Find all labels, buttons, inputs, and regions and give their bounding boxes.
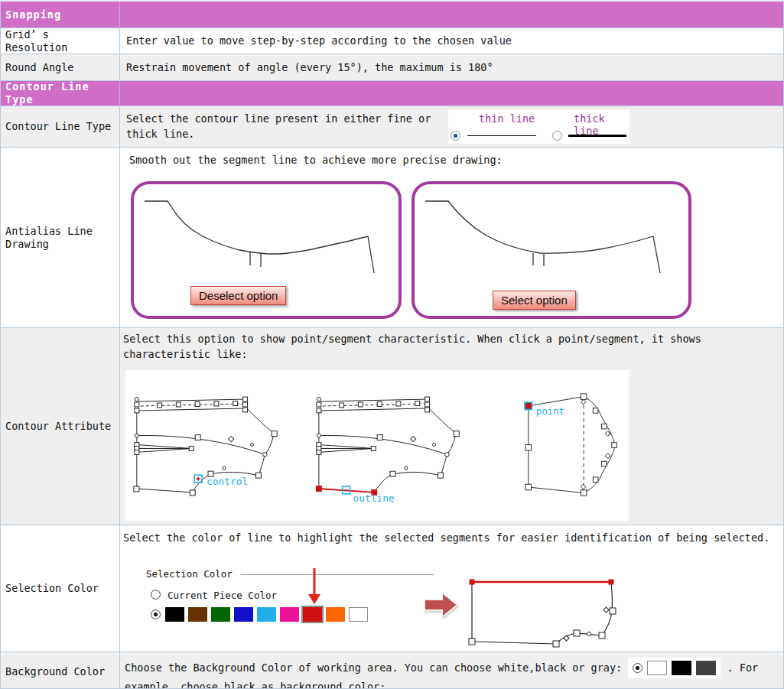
swatch-blue[interactable]	[234, 607, 253, 622]
row-selection-color: Selection Color Select the color of line…	[1, 525, 783, 652]
row-contour-attribute: Contour Attribute Select this option to …	[1, 328, 783, 525]
row-description-line2: thick line.	[126, 128, 194, 140]
swatch-brown[interactable]	[188, 607, 207, 622]
row-antialias: Antialias Line Drawing Smooth out the se…	[1, 148, 783, 328]
settings-help-table: Snapping Grid’ s Resolution Enter value …	[0, 0, 784, 689]
row-label: Background Color	[1, 652, 120, 689]
thin-line-label: thin line	[479, 112, 535, 125]
row-grid-resolution: Grid’ s Resolution Enter value to move s…	[1, 28, 783, 54]
selection-color-group-title: Selection Color	[146, 568, 233, 580]
swatch-skyblue[interactable]	[257, 607, 276, 622]
current-piece-color-radio[interactable]	[151, 590, 161, 600]
thick-line-radio[interactable]	[552, 131, 562, 141]
row-description-before: Choose the Background Color of working a…	[125, 661, 622, 674]
control-annotation: control	[207, 476, 248, 487]
group-title-rule	[241, 574, 434, 575]
section-title: Snapping	[1, 2, 120, 28]
pattern-figure-point: point	[514, 374, 629, 518]
section-header-filler	[120, 81, 783, 106]
row-description: Smooth out the segment line to achieve m…	[129, 154, 503, 166]
select-option-button[interactable]: Select option	[493, 291, 576, 310]
bg-swatch-black[interactable]	[672, 661, 691, 675]
attribute-example-image: control	[125, 370, 629, 521]
swatch-pink[interactable]	[280, 607, 299, 622]
pattern-figure-outline: outline	[307, 377, 490, 515]
row-label: Contour Attribute	[1, 328, 120, 525]
row-label: Grid’ s Resolution	[1, 28, 120, 54]
swatch-orange[interactable]	[326, 607, 345, 622]
bg-swatch-white[interactable]	[647, 661, 667, 675]
row-description-line1: Select the contour line present in eithe…	[126, 112, 431, 125]
row-description-after: . For	[727, 661, 759, 674]
thin-line-sample	[467, 135, 536, 136]
row-background-color: Background Color Choose the Background C…	[1, 652, 783, 689]
line-type-widget: thin line thick line	[448, 110, 629, 144]
row-description: Select the color of line to highlight th…	[123, 531, 769, 544]
background-color-widget	[628, 658, 721, 678]
background-color-radio[interactable]	[633, 663, 642, 673]
swatch-white[interactable]	[349, 607, 368, 622]
row-description: Restrain movement of angle (every 15°), …	[126, 61, 493, 73]
row-contour-line-type: Contour Line Type Select the contour lin…	[1, 106, 783, 148]
custom-color-radio[interactable]	[151, 609, 161, 619]
row-label: Contour Line Type	[1, 106, 120, 147]
row-description-line1: Select this option to show point/segment…	[123, 333, 701, 345]
pattern-figure-control: control	[125, 377, 307, 515]
swatch-red-selected[interactable]	[303, 607, 322, 622]
row-description-line2: characteristic like:	[123, 348, 248, 360]
selected-segment-result-figure	[461, 571, 645, 648]
current-piece-color-label: Current Piece Color	[168, 590, 277, 601]
swatch-black[interactable]	[165, 607, 184, 622]
outline-annotation: outline	[353, 492, 394, 503]
red-right-block-arrow-icon	[424, 591, 459, 619]
thick-line-sample	[568, 135, 626, 137]
row-round-angle: Round Angle Restrain movement of angle (…	[1, 54, 783, 81]
section-title: Contour Line Type	[1, 81, 120, 106]
section-header-filler	[120, 2, 783, 28]
swatch-green[interactable]	[211, 607, 230, 622]
color-swatch-row	[165, 607, 368, 622]
deselect-option-button[interactable]: Deselect option	[190, 286, 286, 305]
row-description-line2: example, choose black as background colo…	[125, 681, 385, 689]
smooth-line-figure: Select option	[412, 181, 691, 319]
row-description: Enter value to move step-by-step accordi…	[126, 34, 512, 47]
thin-line-radio[interactable]	[451, 131, 460, 141]
bg-swatch-gray[interactable]	[696, 661, 716, 675]
row-label: Antialias Line Drawing	[1, 148, 120, 327]
red-down-arrow-icon	[307, 568, 321, 605]
row-label: Round Angle	[1, 54, 120, 80]
thick-line-label: thick line	[574, 112, 629, 137]
point-annotation: point	[536, 406, 564, 417]
section-header-contour-line-type: Contour Line Type	[1, 81, 783, 106]
section-header-snapping: Snapping	[1, 2, 783, 28]
row-label: Selection Color	[1, 525, 120, 652]
jagged-line-figure: Deselect option	[131, 181, 402, 319]
